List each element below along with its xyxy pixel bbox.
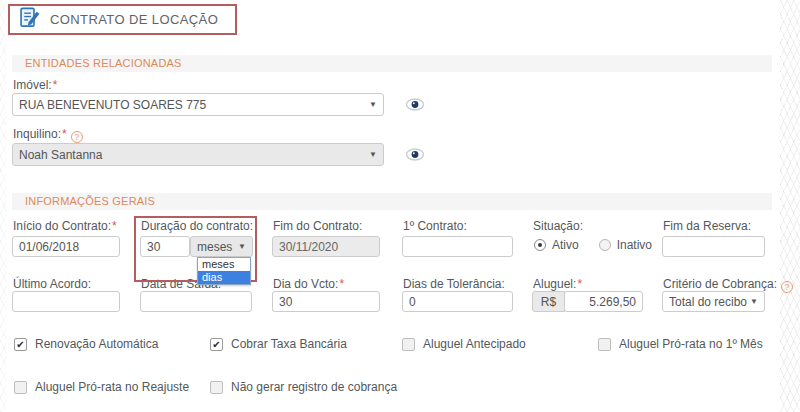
checkbox-aluguel-antecipado: Aluguel Antecipado [402, 337, 526, 351]
checkbox-renovacao-automatica: ✔ Renovação Automática [14, 337, 158, 351]
ultimo-acordo-label: Último Acordo: [13, 277, 91, 291]
section-entidades-relacionadas: ENTIDADES RELACIONADAS [12, 55, 772, 72]
view-imovel-eye-icon[interactable] [405, 97, 425, 115]
inquilino-select-value: Noah Santanna [13, 148, 369, 162]
checkbox[interactable] [14, 381, 27, 394]
imovel-label: Imóvel:* [13, 78, 57, 92]
checkbox-aluguel-prorata-reajuste: Aluguel Pró-rata no Reajuste [14, 380, 189, 394]
duracao-contrato-input[interactable] [140, 236, 190, 257]
criterio-help-icon[interactable]: ? [781, 281, 793, 293]
fim-contrato-input [272, 236, 380, 257]
checkbox-label: Cobrar Taxa Bancária [231, 337, 347, 351]
primeiro-contrato-input[interactable] [402, 236, 513, 257]
checkbox[interactable] [210, 381, 223, 394]
situacao-radio-group: Ativo Inativo [534, 238, 652, 252]
inquilino-label: Inquilino:*? [13, 127, 83, 143]
inquilino-help-icon[interactable]: ? [71, 131, 83, 143]
imovel-select-value: RUA BENEVENUTO SOARES 775 [13, 98, 369, 112]
section-informacoes-gerais: INFORMAÇÕES GERAIS [12, 193, 772, 210]
aluguel-input[interactable] [564, 291, 643, 312]
inicio-contrato-label: Início do Contrato:* [13, 219, 117, 233]
chevron-down-icon: ▼ [238, 242, 252, 251]
fim-reserva-label: Fim da Reserva: [663, 219, 751, 233]
fim-contrato-label: Fim do Contrato: [273, 219, 362, 233]
view-inquilino-eye-icon[interactable] [405, 147, 425, 165]
aluguel-label: Aluguel:* [533, 277, 582, 291]
checkbox[interactable] [402, 338, 415, 351]
radio-inativo[interactable] [599, 239, 611, 251]
criterio-select-value: Total do recibo [663, 295, 750, 309]
background-pattern-left [0, 0, 6, 412]
radio-ativo[interactable] [534, 239, 546, 251]
fim-reserva-input[interactable] [662, 236, 765, 257]
checkbox[interactable] [598, 338, 611, 351]
duracao-unidade-dropdown: meses dias [197, 257, 251, 285]
page-title-annotation: CONTRATO DE LOCAÇÃO [8, 4, 237, 35]
dias-tolerancia-input[interactable] [402, 291, 513, 312]
chevron-down-icon: ▼ [750, 297, 764, 306]
checkbox-cobrar-taxa-bancaria: ✔ Cobrar Taxa Bancária [210, 337, 347, 351]
inicio-contrato-input[interactable] [12, 236, 120, 257]
currency-prefix: R$ [532, 291, 565, 312]
contract-form-page: CONTRATO DE LOCAÇÃO ENTIDADES RELACIONAD… [0, 0, 800, 412]
criterio-cobranca-select[interactable]: Total do recibo ▼ [662, 291, 765, 312]
dropdown-option-meses[interactable]: meses [198, 258, 250, 271]
duracao-unidade-value: meses [191, 240, 238, 254]
data-saida-input[interactable] [140, 291, 252, 312]
required-mark: * [62, 127, 67, 141]
checkbox-aluguel-prorata-1-mes: Aluguel Pró-rata no 1º Mês [598, 337, 763, 351]
checkbox-label: Aluguel Antecipado [423, 337, 526, 351]
checkbox-label: Aluguel Pró-rata no 1º Mês [619, 337, 763, 351]
duracao-contrato-label: Duração do contrato: [141, 219, 253, 233]
dropdown-option-dias[interactable]: dias [198, 271, 250, 284]
background-pattern-right [780, 0, 800, 412]
imovel-select[interactable]: RUA BENEVENUTO SOARES 775 ▼ [12, 93, 384, 116]
page-title: CONTRATO DE LOCAÇÃO [50, 12, 218, 27]
duracao-unidade-select[interactable]: meses ▼ [190, 236, 253, 257]
dia-vcto-input[interactable] [272, 291, 380, 312]
dia-vcto-label: Dia do Vcto:* [273, 277, 344, 291]
checkbox-label: Aluguel Pró-rata no Reajuste [35, 380, 189, 394]
checkbox-label: Renovação Automática [35, 337, 158, 351]
inquilino-select[interactable]: Noah Santanna ▼ [12, 143, 384, 166]
checkbox[interactable]: ✔ [210, 338, 223, 351]
chevron-down-icon: ▼ [369, 150, 383, 159]
checkbox-nao-gerar-registro: Não gerar registro de cobrança [210, 380, 397, 394]
required-mark: * [53, 78, 58, 92]
dias-tolerancia-label: Dias de Tolerância: [403, 277, 505, 291]
chevron-down-icon: ▼ [369, 100, 383, 109]
radio-ativo-label: Ativo [552, 238, 579, 252]
situacao-label: Situação: [533, 219, 583, 233]
checkbox[interactable]: ✔ [14, 338, 27, 351]
contract-edit-icon [18, 5, 41, 34]
checkbox-label: Não gerar registro de cobrança [231, 380, 397, 394]
radio-inativo-label: Inativo [617, 238, 652, 252]
ultimo-acordo-input[interactable] [12, 291, 120, 312]
primeiro-contrato-label: 1º Contrato: [403, 219, 467, 233]
